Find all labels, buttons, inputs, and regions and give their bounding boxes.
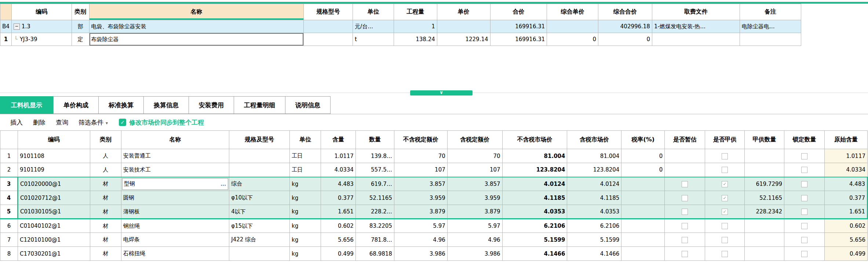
estimated-checkbox[interactable]: [682, 195, 688, 201]
cell-name[interactable]: 薄钢板: [121, 205, 229, 219]
cell-market-excl[interactable]: 6.2106: [502, 219, 567, 233]
cell-original-content[interactable]: 4.0334: [824, 163, 867, 177]
cell-unit[interactable]: t: [353, 33, 394, 46]
cell-code[interactable]: −1.3: [11, 20, 72, 33]
collapse-icon[interactable]: −: [14, 24, 20, 30]
cell-tax-rate[interactable]: [621, 177, 665, 191]
cell-original-content[interactable]: 0.602: [824, 219, 867, 233]
cell-price-excl[interactable]: 3.857: [394, 177, 447, 191]
cell-original-content[interactable]: 0.377: [824, 191, 867, 205]
cell-is-estimated[interactable]: [665, 177, 705, 191]
cell-is-estimated[interactable]: [665, 247, 705, 261]
tab-standard-conversion[interactable]: 标准换算: [99, 96, 144, 114]
row-number[interactable]: 4: [0, 191, 18, 205]
row-number[interactable]: 2: [0, 163, 18, 177]
cell-code[interactable]: C01030105@1: [18, 205, 90, 219]
cell-unit[interactable]: kg: [290, 247, 321, 261]
cell-comp-unit-price[interactable]: 0: [547, 33, 598, 46]
cell-quantity[interactable]: 68.9818: [355, 247, 394, 261]
locked-quantity-checkbox[interactable]: [801, 209, 807, 215]
cell-supplied-quantity[interactable]: [745, 247, 784, 261]
cell-is-owner-supplied[interactable]: [705, 233, 745, 247]
row-number[interactable]: 6: [0, 219, 18, 233]
cell-locked-quantity[interactable]: [784, 233, 825, 247]
owner-supplied-checkbox[interactable]: ✓: [722, 209, 728, 215]
cell-code[interactable]: 9101108: [18, 149, 90, 163]
cell-name-selected[interactable]: 布袋除尘器: [89, 33, 304, 46]
cell-unit[interactable]: kg: [290, 177, 321, 191]
cell-unit[interactable]: 元/台…: [353, 20, 394, 33]
cell-price-excl[interactable]: 3.879: [394, 205, 447, 219]
cell-supplied-quantity[interactable]: 52.1165: [745, 191, 784, 205]
cell-original-content[interactable]: 1.0117: [824, 149, 867, 163]
owner-supplied-checkbox[interactable]: [722, 153, 728, 159]
cell-name[interactable]: 电焊条: [121, 233, 229, 247]
cell-content[interactable]: 4.0334: [321, 163, 356, 177]
cell-quantity[interactable]: 619.7…: [355, 177, 394, 191]
insert-button[interactable]: 插入: [10, 118, 23, 127]
name-editor[interactable]: 型钢…: [122, 178, 229, 190]
locked-quantity-checkbox[interactable]: [801, 167, 807, 173]
cell-code[interactable]: C12010100@1: [18, 233, 90, 247]
row-number[interactable]: 5: [0, 205, 18, 219]
cell-spec[interactable]: [229, 149, 290, 163]
owner-supplied-checkbox[interactable]: [722, 237, 728, 243]
cell-market-incl[interactable]: 4.0353: [567, 205, 621, 219]
owner-supplied-checkbox[interactable]: ✓: [722, 181, 728, 187]
cell-code[interactable]: 9101109: [18, 163, 90, 177]
cell-category[interactable]: 人: [90, 163, 121, 177]
cell-unit[interactable]: kg: [290, 233, 321, 247]
cell-is-estimated[interactable]: [665, 205, 705, 219]
cell-original-content[interactable]: 0.499: [824, 247, 867, 261]
cell-locked-quantity[interactable]: [784, 191, 825, 205]
cell-quantity[interactable]: 781.8…: [355, 233, 394, 247]
cell-spec[interactable]: φ10以下: [229, 191, 290, 205]
tab-unit-price-composition[interactable]: 单价构成: [53, 96, 99, 114]
cell-spec[interactable]: 综合: [229, 177, 290, 191]
cell-is-estimated[interactable]: [665, 233, 705, 247]
cell-name[interactable]: 石棉扭绳: [121, 247, 229, 261]
cell-content[interactable]: 1.0117: [321, 149, 356, 163]
cell-market-incl[interactable]: 81.004: [567, 149, 621, 163]
cell-price-incl[interactable]: 3.879: [447, 205, 502, 219]
cell-market-excl[interactable]: 4.0353: [502, 205, 567, 219]
cell-unit[interactable]: 工日: [290, 149, 321, 163]
cell-tax-rate[interactable]: [621, 205, 665, 219]
cell-category[interactable]: 材: [90, 191, 121, 205]
cell-price-excl[interactable]: 4.96: [394, 233, 447, 247]
row-number[interactable]: 3: [0, 177, 18, 191]
filter-button[interactable]: 筛选条件▾: [79, 118, 108, 127]
cell-quantity[interactable]: 228.2…: [355, 205, 394, 219]
cell-unit[interactable]: kg: [290, 205, 321, 219]
cell-quantity[interactable]: 52.1165: [355, 191, 394, 205]
cell-is-estimated[interactable]: [665, 191, 705, 205]
cell-price-excl[interactable]: 3.959: [394, 191, 447, 205]
cell-quantity[interactable]: 139.8…: [355, 149, 394, 163]
row-number[interactable]: 1: [0, 33, 12, 46]
cell-locked-quantity[interactable]: [784, 149, 825, 163]
cell-market-incl[interactable]: 6.2106: [567, 219, 621, 233]
locked-quantity-checkbox[interactable]: [801, 195, 807, 201]
cell-is-owner-supplied[interactable]: [705, 163, 745, 177]
cell-comp-unit-price[interactable]: [547, 20, 598, 33]
cell-spec[interactable]: 4以下: [229, 205, 290, 219]
cell-locked-quantity[interactable]: [784, 219, 825, 233]
cell-remark[interactable]: 电除尘器电…: [740, 20, 801, 33]
tab-conversion-info[interactable]: 换算信息: [144, 96, 189, 114]
locked-quantity-checkbox[interactable]: [801, 223, 807, 229]
row-number[interactable]: 7: [0, 233, 18, 247]
cell-is-owner-supplied[interactable]: ✓: [705, 205, 745, 219]
cell-category[interactable]: 材: [90, 219, 121, 233]
cell-is-owner-supplied[interactable]: ✓: [705, 191, 745, 205]
splitter-collapse-handle[interactable]: ∨: [410, 90, 473, 96]
cell-tax-rate[interactable]: [621, 191, 665, 205]
query-button[interactable]: 查询: [56, 118, 68, 127]
locked-quantity-checkbox[interactable]: [801, 181, 807, 187]
cell-comp-total[interactable]: 0: [598, 33, 652, 46]
cell-market-excl[interactable]: 81.004: [502, 149, 567, 163]
cell-price-incl[interactable]: 4.96: [447, 233, 502, 247]
cell-locked-quantity[interactable]: [784, 205, 825, 219]
cell-market-excl[interactable]: 123.8204: [502, 163, 567, 177]
cell-price-incl[interactable]: 5.97: [447, 219, 502, 233]
cell-code[interactable]: └YJ3-39: [11, 33, 72, 46]
